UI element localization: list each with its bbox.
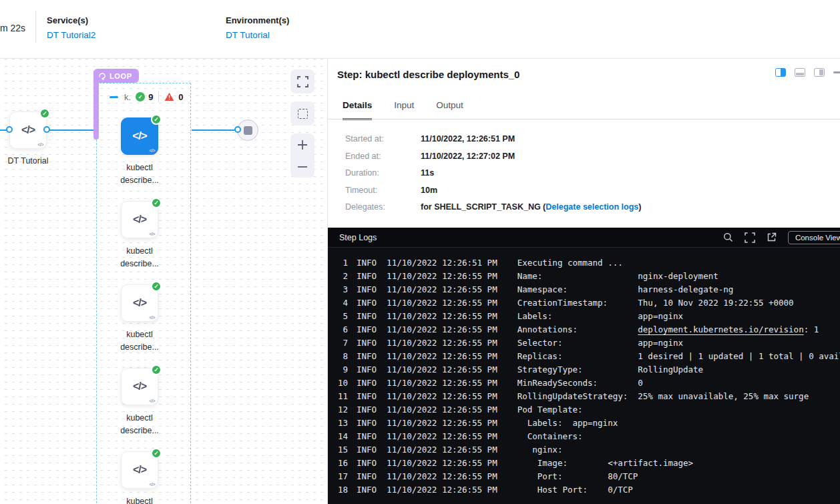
log-message: Executing command ... (517, 256, 623, 270)
log-message: Labels: app=nginx (517, 310, 683, 323)
delegate-selection-logs-link[interactable]: Delegate selection logs (546, 202, 638, 212)
log-message: CreationTimestamp: Thu, 10 Nov 2022 19:2… (517, 296, 794, 310)
marquee-select-icon (298, 109, 308, 119)
log-line: 16INFO11/10/2022 12:26:55 PM Image: <+ar… (333, 457, 840, 470)
loop-step-node[interactable]: </></>✓ (121, 451, 158, 489)
log-line-number: 16 (333, 457, 348, 470)
log-line: 4INFO11/10/2022 12:26:55 PMCreationTimes… (333, 296, 840, 310)
right-view-icon[interactable] (814, 68, 825, 77)
log-timestamp: 11/10/2022 12:26:51 PM (387, 256, 497, 270)
log-message: StrategyType: RollingUpdate (517, 363, 703, 376)
zoom-in-icon[interactable] (296, 139, 308, 151)
tab-details[interactable]: Details (343, 100, 372, 120)
log-timestamp: 11/10/2022 12:26:55 PM (387, 363, 497, 376)
log-line: 2INFO11/10/2022 12:26:55 PMName: nginx-d… (333, 270, 840, 283)
zoom-out-icon[interactable] (296, 161, 308, 173)
matrix-header: k. ✓ 9 0 (110, 91, 184, 103)
log-message: Pod Template: (517, 403, 583, 417)
log-message: Name: nginx-deployment (517, 270, 718, 283)
loop-step-node[interactable]: </></>✓ (121, 368, 158, 405)
matrix-failed-count: 0 (178, 92, 183, 102)
log-timestamp: 11/10/2022 12:26:55 PM (387, 376, 497, 390)
detail-row: Delegates:for SHELL_SCRIPT_TASK_NG (Dele… (345, 202, 641, 212)
log-line-number: 4 (333, 296, 348, 310)
log-timestamp: 11/10/2022 12:26:55 PM (387, 350, 497, 363)
console-view-button[interactable]: Console View (788, 231, 840, 244)
log-line: 15INFO11/10/2022 12:26:55 PM nginx: (333, 443, 840, 457)
log-message: RollingUpdateStrategy: 25% max unavailab… (517, 390, 809, 403)
log-message: Annotations: deployment.kubernetes.io/re… (517, 323, 819, 336)
topbar-divider (35, 11, 36, 43)
code-mini-icon: </> (37, 142, 43, 147)
log-message: Namespace: harness-delegate-ng (517, 283, 734, 296)
collapse-panel-icon[interactable] (833, 71, 840, 73)
step-node-dt-tutorial[interactable]: </> </> ✓ (9, 111, 47, 149)
log-timestamp: 11/10/2022 12:26:55 PM (387, 390, 497, 403)
log-timestamp: 11/10/2022 12:26:55 PM (387, 430, 497, 443)
log-level: INFO (357, 323, 377, 336)
execution-topbar: m 22s Service(s) DT Tutorial2 Environmen… (0, 0, 840, 59)
log-level: INFO (357, 390, 377, 403)
log-level: INFO (357, 310, 377, 323)
log-level: INFO (357, 430, 377, 443)
canvas-zoom-controls (290, 134, 314, 178)
log-line-number: 12 (333, 403, 348, 417)
log-line: 5INFO11/10/2022 12:26:55 PMLabels: app=n… (333, 310, 840, 323)
code-icon: </> (133, 381, 146, 393)
step-title: Step: kubectl describe deployments_0 (337, 69, 519, 80)
log-line: 13INFO11/10/2022 12:26:55 PM Labels: app… (333, 417, 840, 430)
log-lines[interactable]: 1INFO11/10/2022 12:26:51 PMExecuting com… (328, 248, 840, 504)
code-mini-icon: </> (149, 148, 155, 153)
log-timestamp: 11/10/2022 12:26:55 PM (387, 283, 497, 296)
start-node-label: DT Tutorial (0, 155, 65, 168)
canvas-marquee-select-button[interactable] (290, 101, 314, 125)
code-mini-icon: </> (149, 482, 155, 487)
logs-fullscreen-icon[interactable] (745, 232, 755, 243)
log-level: INFO (357, 363, 377, 376)
connector-dot[interactable] (43, 126, 50, 133)
service-link[interactable]: DT Tutorial2 (47, 30, 95, 40)
log-line-number: 14 (333, 430, 348, 443)
success-check-icon: ✓ (151, 198, 162, 208)
detail-value: for SHELL_SCRIPT_TASK_NG (Delegate selec… (421, 202, 641, 212)
log-timestamp: 11/10/2022 12:26:55 PM (387, 443, 497, 457)
log-level: INFO (357, 483, 377, 497)
log-line: 18INFO11/10/2022 12:26:55 PM Host Port: … (333, 483, 840, 497)
loop-step-node[interactable]: </></>✓ (121, 201, 158, 238)
log-message: Labels: app=nginx (517, 417, 618, 430)
log-line-number: 11 (333, 390, 348, 403)
bottom-view-icon[interactable] (795, 68, 805, 77)
loop-step-node[interactable]: </></>✓ (121, 284, 158, 322)
log-line-number: 2 (333, 270, 348, 283)
log-level: INFO (357, 457, 377, 470)
pipeline-canvas[interactable]: LOOP </> </> ✓ DT Tutorial k. ✓ 9 0 </><… (0, 59, 328, 504)
detail-row: Timeout:10m (345, 186, 641, 195)
collapse-minus-icon[interactable] (110, 96, 118, 98)
log-line-number: 6 (333, 323, 348, 336)
log-annotation-link[interactable]: deployment.kubernetes.io/revision (638, 324, 803, 334)
log-line-number: 15 (333, 443, 348, 457)
loop-icon (98, 72, 106, 80)
panel-layout-switcher (775, 68, 840, 77)
environment-link[interactable]: DT Tutorial (226, 30, 289, 40)
code-mini-icon: </> (149, 399, 155, 403)
log-line-number: 8 (333, 350, 348, 363)
environment-label: Environment(s) (226, 15, 289, 25)
split-view-icon[interactable] (775, 68, 786, 77)
open-in-new-icon[interactable] (767, 232, 777, 242)
success-check-icon: ✓ (136, 92, 145, 101)
connector-dot[interactable] (234, 126, 241, 133)
detail-label: Timeout: (345, 186, 421, 195)
stop-icon (244, 126, 252, 135)
success-check-icon: ✓ (151, 281, 162, 292)
loop-step-node[interactable]: </></>✓ (121, 117, 158, 155)
connector-dot[interactable] (6, 126, 13, 133)
log-message: Port: 80/TCP (517, 470, 638, 483)
tab-input[interactable]: Input (394, 100, 414, 120)
search-icon[interactable] (723, 232, 733, 242)
canvas-fullscreen-button[interactable] (290, 69, 314, 93)
tab-output[interactable]: Output (436, 100, 463, 120)
log-line: 10INFO11/10/2022 12:26:55 PMMinReadySeco… (333, 376, 840, 390)
detail-value: 11s (421, 168, 434, 178)
log-message: Image: <+artifact.image> (517, 457, 693, 470)
